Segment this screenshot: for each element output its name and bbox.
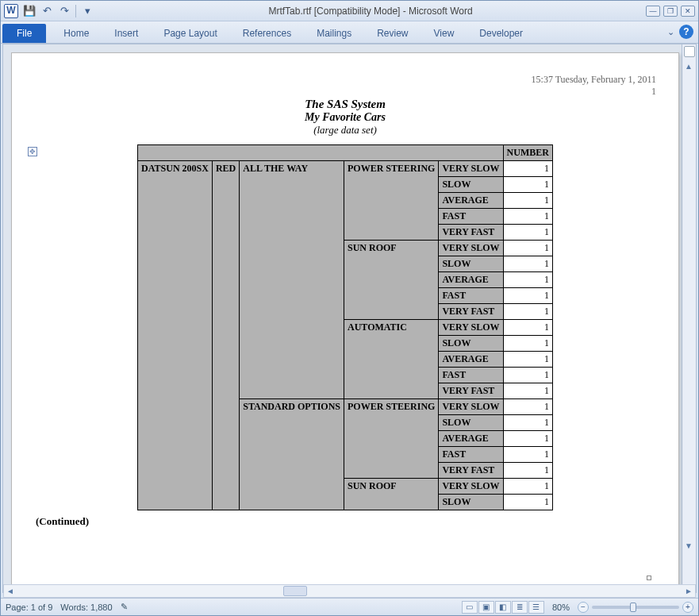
doc-note: (large data set) xyxy=(34,124,656,137)
ribbon-tabs: File Home Insert Page Layout References … xyxy=(1,21,698,44)
cell-value: 1 xyxy=(503,256,552,272)
cell-sub-powersteering: POWER STEERING xyxy=(344,161,439,241)
cell-value: 1 xyxy=(503,225,552,241)
cell-value: 1 xyxy=(503,177,552,193)
cell-model: DATSUN 200SX xyxy=(138,161,213,510)
close-button[interactable]: ✕ xyxy=(681,6,695,17)
view-print-layout-icon[interactable]: ▭ xyxy=(462,601,478,614)
header-spacer xyxy=(138,145,503,161)
hscroll-thumb[interactable] xyxy=(283,586,307,596)
continued-label: (Continued) xyxy=(36,515,656,528)
cell-speed: FAST xyxy=(439,209,503,225)
zoom-percent[interactable]: 80% xyxy=(552,603,570,612)
data-table[interactable]: NUMBER DATSUN 200SX RED ALL THE WAY POWE… xyxy=(137,144,553,510)
save-icon[interactable]: 💾 xyxy=(21,3,37,19)
tab-developer[interactable]: Developer xyxy=(467,24,536,43)
cell-value: 1 xyxy=(503,304,552,320)
cell-value: 1 xyxy=(503,495,552,510)
cell-speed: SLOW xyxy=(439,495,503,510)
tab-review[interactable]: Review xyxy=(364,24,421,43)
file-tab[interactable]: File xyxy=(2,24,46,43)
cell-speed: VERY SLOW xyxy=(439,399,503,415)
cell-value: 1 xyxy=(503,193,552,209)
zoom-thumb[interactable] xyxy=(630,603,636,612)
cell-speed: AVERAGE xyxy=(439,193,503,209)
cell-speed: SLOW xyxy=(439,256,503,272)
tab-page-layout[interactable]: Page Layout xyxy=(151,24,229,43)
document-page[interactable]: ✥ 15:37 Tuesday, February 1, 2011 1 The … xyxy=(11,52,679,593)
status-words[interactable]: Words: 1,880 xyxy=(60,603,112,612)
quick-access-toolbar: 💾 ↶ ↷ ▾ xyxy=(21,3,95,19)
redo-icon[interactable]: ↷ xyxy=(56,3,72,19)
cell-value: 1 xyxy=(503,415,552,431)
cell-speed: SLOW xyxy=(439,415,503,431)
view-outline-icon[interactable]: ≣ xyxy=(512,601,528,614)
cell-value: 1 xyxy=(503,399,552,415)
customize-qat-icon[interactable]: ▾ xyxy=(79,3,95,19)
qat-separator xyxy=(75,5,76,17)
cell-value: 1 xyxy=(503,320,552,336)
window-title: MrtfTab.rtf [Compatibility Mode] - Micro… xyxy=(95,6,646,17)
header-page-number: 1 xyxy=(34,86,656,98)
cell-speed: VERY FAST xyxy=(439,304,503,320)
hscroll-track[interactable] xyxy=(17,585,682,597)
zoom-in-button[interactable]: + xyxy=(682,602,693,613)
cell-speed: FAST xyxy=(439,288,503,304)
minimize-button[interactable]: — xyxy=(646,6,660,17)
restore-button[interactable]: ❐ xyxy=(663,6,678,17)
cell-speed: VERY FAST xyxy=(439,225,503,241)
view-buttons: ▭ ▣ ◧ ≣ ☰ xyxy=(462,601,544,614)
tab-view[interactable]: View xyxy=(421,24,467,43)
app-icon[interactable]: W xyxy=(4,4,18,18)
cell-sub-sunroof: SUN ROOF xyxy=(344,241,439,320)
tab-mailings[interactable]: Mailings xyxy=(304,24,364,43)
page-content: 15:37 Tuesday, February 1, 2011 1 The SA… xyxy=(12,53,678,528)
vertical-scrollbar[interactable]: ▲ ▼ xyxy=(682,44,696,592)
cell-value: 1 xyxy=(503,352,552,368)
scroll-right-icon[interactable]: ► xyxy=(682,585,695,597)
cell-group-1: ALL THE WAY xyxy=(240,161,344,399)
doc-title: The SAS System xyxy=(34,98,656,111)
cell-value: 1 xyxy=(503,368,552,383)
ruler-toggle-icon[interactable] xyxy=(684,46,695,57)
cell-value: 1 xyxy=(503,209,552,225)
title-bar: W 💾 ↶ ↷ ▾ MrtfTab.rtf [Compatibility Mod… xyxy=(1,1,698,21)
view-web-layout-icon[interactable]: ◧ xyxy=(495,601,511,614)
cell-speed: VERY SLOW xyxy=(439,241,503,256)
cell-group-2: STANDARD OPTIONS xyxy=(240,399,344,510)
table-header-row: NUMBER xyxy=(138,145,553,161)
help-icon[interactable]: ? xyxy=(679,25,693,39)
zoom-track[interactable] xyxy=(592,606,679,609)
cell-speed: AVERAGE xyxy=(439,431,503,447)
document-area[interactable]: ▲ ▼ ✥ 15:37 Tuesday, February 1, 2011 1 … xyxy=(2,44,697,593)
tab-references[interactable]: References xyxy=(230,24,304,43)
cell-value: 1 xyxy=(503,241,552,256)
cell-speed: SLOW xyxy=(439,336,503,352)
view-full-screen-icon[interactable]: ▣ xyxy=(478,601,494,614)
table-move-handle-icon[interactable]: ✥ xyxy=(28,147,37,156)
cell-value: 1 xyxy=(503,272,552,288)
cell-value: 1 xyxy=(503,161,552,177)
cell-value: 1 xyxy=(503,463,552,479)
cell-speed: VERY FAST xyxy=(439,383,503,399)
table-resize-handle-icon[interactable] xyxy=(647,576,651,580)
scroll-up-icon[interactable]: ▲ xyxy=(683,62,694,73)
proofing-icon[interactable]: ✎ xyxy=(121,602,128,612)
cell-sub-sunroof2: SUN ROOF xyxy=(344,479,439,510)
table-row: DATSUN 200SX RED ALL THE WAY POWER STEER… xyxy=(138,161,553,177)
scroll-down-icon[interactable]: ▼ xyxy=(683,541,694,552)
zoom-slider[interactable]: − + xyxy=(578,602,693,613)
cell-color: RED xyxy=(212,161,239,510)
page-header: 15:37 Tuesday, February 1, 2011 1 xyxy=(34,74,656,98)
status-page[interactable]: Page: 1 of 9 xyxy=(6,603,52,612)
tab-insert[interactable]: Insert xyxy=(102,24,151,43)
cell-speed: SLOW xyxy=(439,177,503,193)
zoom-out-button[interactable]: − xyxy=(578,602,589,613)
minimize-ribbon-icon[interactable]: ⌄ xyxy=(667,27,674,37)
view-draft-icon[interactable]: ☰ xyxy=(528,601,544,614)
scroll-left-icon[interactable]: ◄ xyxy=(4,585,17,597)
tab-home[interactable]: Home xyxy=(51,24,102,43)
header-timestamp: 15:37 Tuesday, February 1, 2011 xyxy=(34,74,656,86)
undo-icon[interactable]: ↶ xyxy=(39,3,55,19)
horizontal-scrollbar[interactable]: ◄ ► xyxy=(3,584,696,598)
